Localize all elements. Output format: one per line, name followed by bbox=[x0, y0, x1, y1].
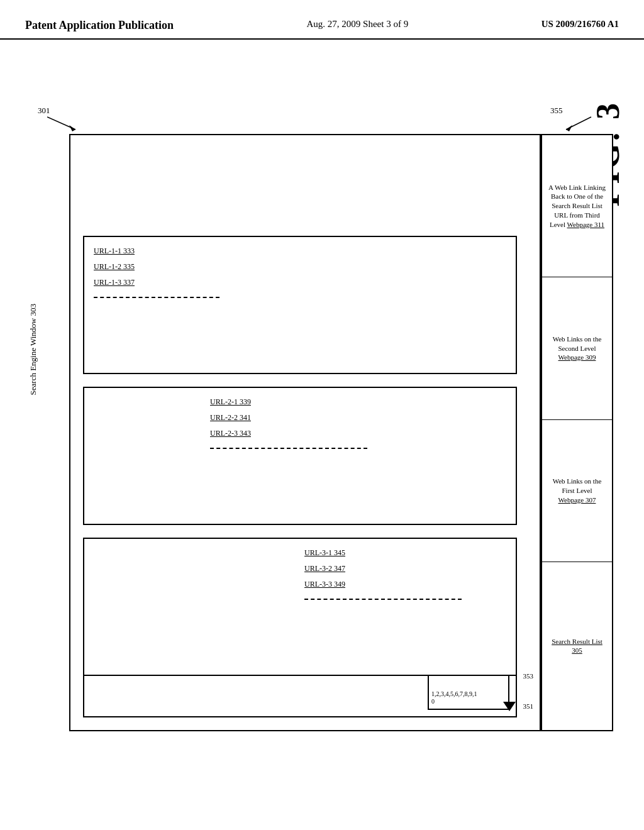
label-351: 351 bbox=[523, 702, 534, 710]
side-panel: A Web Link LinkingBack to One of theSear… bbox=[541, 134, 613, 731]
label-353: 353 bbox=[523, 672, 534, 680]
arrow-301 bbox=[47, 114, 82, 133]
url-2-1: URL-2-1 339 bbox=[210, 397, 251, 407]
url-1-1: URL-1-1 333 bbox=[94, 246, 135, 256]
url-2-2: URL-2-2 341 bbox=[210, 413, 251, 423]
side-section-search-result: Search Result List 305 bbox=[542, 562, 612, 730]
url-3-2: URL-3-2 347 bbox=[304, 564, 345, 573]
svg-marker-5 bbox=[503, 702, 516, 711]
dotted-line-3 bbox=[304, 599, 462, 600]
publication-number: US 2009/216760 A1 bbox=[541, 19, 619, 30]
third-level-panel: URL-3-1 345 URL-3-2 347 URL-3-3 349 bbox=[83, 538, 517, 676]
side-section-second: Web Links on theSecond LevelWebpage 309 bbox=[542, 277, 612, 419]
arrow-351 bbox=[503, 699, 516, 711]
second-level-panel: URL-2-1 339 URL-2-2 341 URL-2-3 343 bbox=[83, 387, 517, 525]
svg-marker-1 bbox=[69, 125, 75, 131]
publication-title: Patent Application Publication bbox=[25, 19, 174, 32]
publication-info: Aug. 27, 2009 Sheet 3 of 9 bbox=[307, 19, 409, 30]
url-3-3: URL-3-3 349 bbox=[304, 580, 345, 589]
side-section-first: Web Links on theFirst LevelWebpage 307 bbox=[542, 420, 612, 562]
url-1-3: URL-1-3 337 bbox=[94, 278, 135, 287]
dotted-line-1 bbox=[94, 297, 219, 298]
search-engine-window: URL-1 313 URL-2 315 URL-3 317 URL-4 319 … bbox=[69, 134, 541, 731]
first-level-panel: URL-1-1 333 URL-1-2 335 URL-1-3 337 bbox=[83, 236, 517, 374]
search-engine-label: Search Engine Window 303 bbox=[28, 304, 38, 395]
pagination-numbers: 1,2,3,4,5,6,7,8,9,10 bbox=[431, 690, 477, 706]
url-1-2: URL-1-2 335 bbox=[94, 262, 135, 272]
page-header: Patent Application Publication Aug. 27, … bbox=[0, 0, 644, 40]
side-section-third: A Web Link LinkingBack to One of theSear… bbox=[542, 135, 612, 277]
url-2-3: URL-2-3 343 bbox=[210, 429, 251, 438]
diagram-area: 301 355 Search Engine Window 303 URL-1 3… bbox=[38, 71, 594, 763]
url-3-1: URL-3-1 345 bbox=[304, 548, 345, 558]
svg-marker-3 bbox=[566, 125, 572, 131]
dotted-line-2 bbox=[210, 448, 367, 449]
arrow-355 bbox=[560, 114, 594, 133]
